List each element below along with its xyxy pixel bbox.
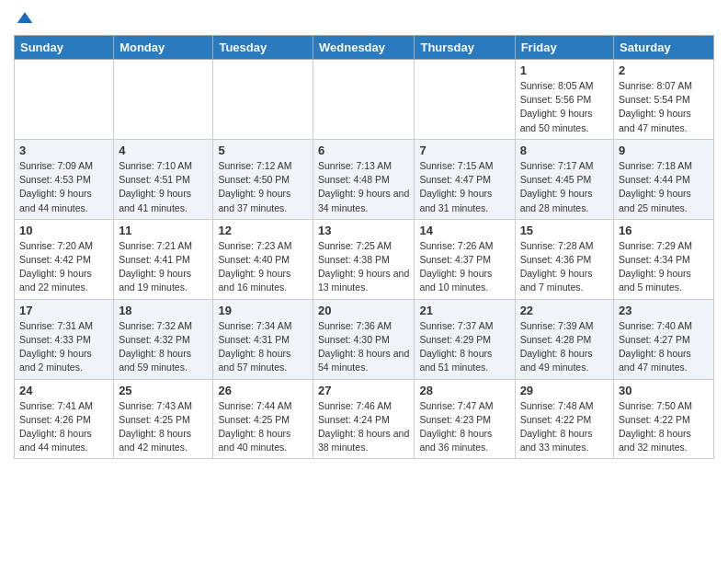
day-info: Sunrise: 7:28 AM Sunset: 4:36 PM Dayligh… [520, 239, 609, 295]
day-info: Sunrise: 7:29 AM Sunset: 4:34 PM Dayligh… [619, 239, 709, 295]
calendar-week-row: 10Sunrise: 7:20 AM Sunset: 4:42 PM Dayli… [15, 219, 714, 299]
calendar-cell: 17Sunrise: 7:31 AM Sunset: 4:33 PM Dayli… [15, 299, 114, 379]
day-number: 15 [520, 224, 609, 237]
day-number: 16 [619, 224, 709, 237]
calendar-week-row: 1Sunrise: 8:05 AM Sunset: 5:56 PM Daylig… [15, 60, 714, 140]
day-number: 9 [619, 144, 709, 157]
day-info: Sunrise: 7:43 AM Sunset: 4:25 PM Dayligh… [119, 399, 208, 455]
day-info: Sunrise: 7:34 AM Sunset: 4:31 PM Dayligh… [218, 319, 308, 375]
day-info: Sunrise: 7:09 AM Sunset: 4:53 PM Dayligh… [19, 159, 108, 215]
day-number: 19 [218, 304, 308, 317]
calendar-cell: 9Sunrise: 7:18 AM Sunset: 4:44 PM Daylig… [614, 139, 714, 219]
day-info: Sunrise: 7:50 AM Sunset: 4:22 PM Dayligh… [619, 399, 709, 455]
calendar-cell: 20Sunrise: 7:36 AM Sunset: 4:30 PM Dayli… [313, 299, 415, 379]
calendar-cell [114, 60, 213, 140]
day-number: 26 [218, 384, 308, 397]
calendar-week-row: 17Sunrise: 7:31 AM Sunset: 4:33 PM Dayli… [15, 299, 714, 379]
day-info: Sunrise: 7:23 AM Sunset: 4:40 PM Dayligh… [218, 239, 308, 295]
calendar-week-row: 24Sunrise: 7:41 AM Sunset: 4:26 PM Dayli… [15, 379, 714, 459]
calendar-cell: 28Sunrise: 7:47 AM Sunset: 4:23 PM Dayli… [415, 379, 515, 459]
calendar-cell [313, 60, 415, 140]
svg-marker-0 [17, 12, 33, 23]
day-info: Sunrise: 7:41 AM Sunset: 4:26 PM Dayligh… [19, 399, 108, 455]
day-number: 23 [619, 304, 709, 317]
day-number: 11 [119, 224, 208, 237]
day-info: Sunrise: 7:32 AM Sunset: 4:32 PM Dayligh… [119, 319, 208, 375]
day-number: 30 [619, 384, 709, 397]
day-number: 8 [520, 144, 609, 157]
day-info: Sunrise: 7:25 AM Sunset: 4:38 PM Dayligh… [318, 239, 409, 295]
calendar-cell: 27Sunrise: 7:46 AM Sunset: 4:24 PM Dayli… [313, 379, 415, 459]
calendar-cell: 5Sunrise: 7:12 AM Sunset: 4:50 PM Daylig… [213, 139, 313, 219]
day-info: Sunrise: 7:10 AM Sunset: 4:51 PM Dayligh… [119, 159, 208, 215]
calendar-cell: 30Sunrise: 7:50 AM Sunset: 4:22 PM Dayli… [614, 379, 714, 459]
day-info: Sunrise: 7:47 AM Sunset: 4:23 PM Dayligh… [419, 399, 509, 455]
day-info: Sunrise: 7:48 AM Sunset: 4:22 PM Dayligh… [520, 399, 609, 455]
weekday-header-friday: Friday [515, 36, 613, 60]
calendar-cell: 23Sunrise: 7:40 AM Sunset: 4:27 PM Dayli… [614, 299, 714, 379]
calendar-cell: 18Sunrise: 7:32 AM Sunset: 4:32 PM Dayli… [114, 299, 213, 379]
calendar-cell: 8Sunrise: 7:17 AM Sunset: 4:45 PM Daylig… [515, 139, 613, 219]
calendar-cell: 14Sunrise: 7:26 AM Sunset: 4:37 PM Dayli… [415, 219, 515, 299]
day-number: 5 [218, 144, 308, 157]
day-info: Sunrise: 7:21 AM Sunset: 4:41 PM Dayligh… [119, 239, 208, 295]
day-info: Sunrise: 8:05 AM Sunset: 5:56 PM Dayligh… [520, 79, 609, 135]
day-info: Sunrise: 7:15 AM Sunset: 4:47 PM Dayligh… [419, 159, 509, 215]
calendar-cell: 25Sunrise: 7:43 AM Sunset: 4:25 PM Dayli… [114, 379, 213, 459]
day-number: 29 [520, 384, 609, 397]
calendar-table: SundayMondayTuesdayWednesdayThursdayFrid… [14, 35, 714, 459]
calendar-cell: 22Sunrise: 7:39 AM Sunset: 4:28 PM Dayli… [515, 299, 613, 379]
day-number: 20 [318, 304, 409, 317]
day-info: Sunrise: 8:07 AM Sunset: 5:54 PM Dayligh… [619, 79, 709, 135]
page: SundayMondayTuesdayWednesdayThursdayFrid… [0, 0, 728, 468]
day-info: Sunrise: 7:18 AM Sunset: 4:44 PM Dayligh… [619, 159, 709, 215]
day-number: 18 [119, 304, 208, 317]
day-number: 2 [619, 63, 709, 77]
day-number: 10 [19, 224, 108, 237]
day-info: Sunrise: 7:26 AM Sunset: 4:37 PM Dayligh… [419, 239, 509, 295]
calendar-cell: 6Sunrise: 7:13 AM Sunset: 4:48 PM Daylig… [313, 139, 415, 219]
day-number: 28 [419, 384, 509, 397]
day-info: Sunrise: 7:17 AM Sunset: 4:45 PM Dayligh… [520, 159, 609, 215]
weekday-header-row: SundayMondayTuesdayWednesdayThursdayFrid… [15, 36, 714, 60]
day-number: 1 [520, 63, 609, 77]
day-info: Sunrise: 7:44 AM Sunset: 4:25 PM Dayligh… [218, 399, 308, 455]
calendar-cell [15, 60, 114, 140]
calendar-cell: 12Sunrise: 7:23 AM Sunset: 4:40 PM Dayli… [213, 219, 313, 299]
calendar-cell: 1Sunrise: 8:05 AM Sunset: 5:56 PM Daylig… [515, 60, 613, 140]
day-number: 3 [19, 144, 108, 157]
day-number: 27 [318, 384, 409, 397]
day-number: 24 [19, 384, 108, 397]
calendar-cell: 2Sunrise: 8:07 AM Sunset: 5:54 PM Daylig… [614, 60, 714, 140]
calendar-cell: 13Sunrise: 7:25 AM Sunset: 4:38 PM Dayli… [313, 219, 415, 299]
day-number: 14 [419, 224, 509, 237]
day-info: Sunrise: 7:36 AM Sunset: 4:30 PM Dayligh… [318, 319, 409, 375]
day-info: Sunrise: 7:37 AM Sunset: 4:29 PM Dayligh… [419, 319, 509, 375]
day-number: 7 [419, 144, 509, 157]
day-info: Sunrise: 7:40 AM Sunset: 4:27 PM Dayligh… [619, 319, 709, 375]
calendar-cell: 15Sunrise: 7:28 AM Sunset: 4:36 PM Dayli… [515, 219, 613, 299]
day-number: 22 [520, 304, 609, 317]
day-info: Sunrise: 7:39 AM Sunset: 4:28 PM Dayligh… [520, 319, 609, 375]
day-info: Sunrise: 7:46 AM Sunset: 4:24 PM Dayligh… [318, 399, 409, 455]
logo [14, 9, 34, 28]
day-info: Sunrise: 7:31 AM Sunset: 4:33 PM Dayligh… [19, 319, 108, 375]
weekday-header-monday: Monday [114, 36, 213, 60]
day-number: 6 [318, 144, 409, 157]
calendar-cell [213, 60, 313, 140]
day-number: 13 [318, 224, 409, 237]
calendar-cell: 19Sunrise: 7:34 AM Sunset: 4:31 PM Dayli… [213, 299, 313, 379]
weekday-header-thursday: Thursday [415, 36, 515, 60]
day-number: 17 [19, 304, 108, 317]
calendar-cell: 29Sunrise: 7:48 AM Sunset: 4:22 PM Dayli… [515, 379, 613, 459]
header [14, 9, 714, 28]
logo-icon [16, 9, 34, 28]
calendar-cell: 16Sunrise: 7:29 AM Sunset: 4:34 PM Dayli… [614, 219, 714, 299]
calendar-cell: 24Sunrise: 7:41 AM Sunset: 4:26 PM Dayli… [15, 379, 114, 459]
day-number: 21 [419, 304, 509, 317]
calendar-cell: 4Sunrise: 7:10 AM Sunset: 4:51 PM Daylig… [114, 139, 213, 219]
day-info: Sunrise: 7:12 AM Sunset: 4:50 PM Dayligh… [218, 159, 308, 215]
day-number: 25 [119, 384, 208, 397]
calendar-cell: 21Sunrise: 7:37 AM Sunset: 4:29 PM Dayli… [415, 299, 515, 379]
calendar-cell: 26Sunrise: 7:44 AM Sunset: 4:25 PM Dayli… [213, 379, 313, 459]
